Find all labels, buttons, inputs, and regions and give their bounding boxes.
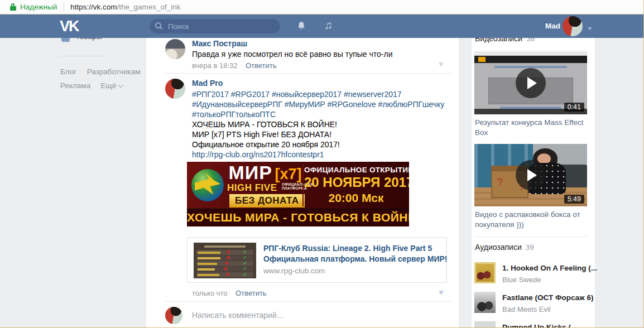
music-icon[interactable]: ♫ [324,19,333,32]
comment-meta: вчера в 18:32 Ответить [192,60,276,70]
hashtags-line[interactable]: #толькоРПГтолькоПТС [192,109,444,119]
audio-title[interactable]: 1. Hooked On A Feeling (... [502,264,597,272]
header-menu-chevron-icon[interactable] [588,27,592,30]
link-preview-thumbnail: ✖✔ ✖✔ ✖✔ ✖✔ ✖✔ [194,243,256,278]
audio-cover[interactable] [474,321,496,328]
sidebar-divider [59,56,106,56]
reply-link[interactable]: Ответить [246,61,277,70]
search-icon [155,22,163,30]
attached-banner-image[interactable]: МИР [x7] HIGH FIVE ОФИЦИАЛЬНАЯ ПЛАТФОРМА… [187,162,409,226]
header-user-name[interactable]: Mad [545,22,560,30]
banner-subtitle: HIGH FIVE ОФИЦИАЛЬНАЯ ПЛАТФОРМА [227,182,313,194]
header-user-avatar[interactable] [563,16,583,36]
link-card-domain: www.rpg-club.com [263,267,325,275]
audios-count: 39 [526,243,534,252]
comment-author[interactable]: Mad Pro [192,79,223,88]
audio-title[interactable]: Fastlane (ОСТ Форсаж 6) [502,293,593,302]
sidebar-footer-row-2: Реклама Ещё [60,80,123,90]
vk-logo[interactable]: VK [60,18,79,35]
page-content: Товары Блог Разработчикам Реклама Ещё Ма… [0,38,644,328]
footer-link-blog[interactable]: Блог [60,67,76,76]
banner-divider [302,165,304,206]
audios-title[interactable]: Аудиозаписи [475,243,522,252]
comment-text: Правда я уже посмотрел но всё равно вы т… [192,50,393,59]
security-label: Надежный [20,3,57,11]
video-thumbnail[interactable]: 0:41 [474,51,587,114]
banner-opening-label: ОФИЦИАЛЬНОЕ ОТКРЫТИЕ [304,166,408,174]
footer-link-more[interactable]: Ещё [101,81,117,90]
comment-time: вчера в 18:32 [192,61,237,70]
like-heart-icon[interactable]: ♥ [439,60,444,68]
post-text-line: МИР [x7] PTS High Five! БЕЗ ДОНАТА! [192,129,444,139]
comments-block: Макс Постраш Правда я уже посмотрел но в… [146,38,459,328]
url-separator [64,3,64,11]
audios-module-header[interactable]: Аудиозаписи39 [475,242,534,252]
header-search-box[interactable] [150,19,280,33]
play-icon[interactable] [516,68,546,98]
link-card-title[interactable]: РПГ-Клуб Russia: Lineage 2. High Five Pa… [263,243,432,254]
like-heart-icon[interactable]: ♥ [439,288,444,296]
link-card-title[interactable]: Официальная платформа. Новый сервер МИР! [263,254,447,264]
video-caption[interactable]: Результат конкурса Mass Effect Box [475,118,585,138]
avatar[interactable] [165,307,182,324]
post-text-line: ХОЧЕШЬ МИРА - ГОТОВЬСЯ К ВОЙНЕ! [192,119,444,129]
url-host: https://vk.com [70,3,117,11]
audio-cover[interactable] [474,262,496,283]
audio-title[interactable]: Pumped Up Kicks (... [502,323,577,328]
reply-link[interactable]: Ответить [236,289,267,297]
vk-top-header: VK ♫ Mad [0,15,644,38]
hashtags-line[interactable]: #ИдунановыйсерверРПГ #МируМИР #RPGonelov… [192,99,444,109]
cross-icon: ✖ [220,250,237,255]
vk-page: { "browser": { "security_label": "Надежн… [0,0,644,328]
module-divider [474,237,587,237]
banner-no-donate-badge: БЕЗ ДОНАТА [229,194,305,208]
video-duration: 0:41 [564,103,584,112]
post-text-line: Официальное открытие 20 ноября 2017! [192,139,444,149]
footer-link-ads[interactable]: Реклама [60,81,90,90]
banner-opening-date: 20 НОЯБРЯ 2017 [304,175,408,190]
banner-high-five: HIGH FIVE [227,182,277,193]
comment-meta: только что Ответить [192,288,267,298]
banner-slogan: ХОЧЕШЬ МИРА - ГОТОВЬСЯ К ВОЙНЕ [187,209,409,226]
banner-title-x7: [x7] [275,166,301,182]
url-path: /the_games_of_ink [117,3,181,11]
comment-input[interactable]: Написать комментарий... [192,311,283,320]
footer-link-developers[interactable]: Разработчикам [87,67,141,76]
check-icon: ✔ [236,250,253,255]
notifications-bell-icon[interactable] [296,21,306,31]
comment-divider [165,301,452,302]
banner-title: МИР [x7] [226,162,304,184]
link-preview-card[interactable]: ✖✔ ✖✔ ✖✔ ✖✔ ✖✔ РПГ-Клуб Russia: Lineage … [187,237,447,283]
avatar[interactable] [165,39,185,59]
audio-cover[interactable] [474,292,496,313]
comment-divider [165,73,452,74]
comment-body: #РПГ2017 #RPG2017 #новыйсервер2017 #news… [192,89,444,160]
secure-lock-icon [10,3,16,11]
sidebar-footer-row-1: Блог Разработчикам [60,66,140,76]
video-thumbnail[interactable]: ?? 5:49 [474,144,587,206]
hashtags-line[interactable]: #РПГ2017 #RPG2017 #новыйсервер2017 #news… [192,89,444,99]
video-duration: 5:49 [564,195,584,204]
comment-time: только что [192,289,228,297]
search-input[interactable] [167,22,270,31]
play-icon[interactable] [516,160,546,190]
browser-address-bar[interactable]: Надежный https://vk.com/the_games_of_ink [0,0,644,15]
comment-author[interactable]: Макс Постраш [192,39,247,48]
video-caption[interactable]: Видео с распаковкой бокса от покупателя … [475,210,585,230]
banner-title-mir: МИР [229,162,272,183]
audio-artist[interactable]: Blue Swede [502,276,541,284]
avatar[interactable] [165,79,185,99]
globe-dove-graphic [191,169,224,201]
right-modules-block: Видеозаписи38 0:41 Результат конкурса Ma… [472,38,595,328]
audio-artist[interactable]: Bad Meets Evil [502,305,551,313]
more-chevron-icon [118,83,124,88]
banner-opening-time: 20:00 Мск [304,191,408,205]
post-link[interactable]: http://rpg-club.org/ns2017hfcontestpr1 [192,149,444,160]
